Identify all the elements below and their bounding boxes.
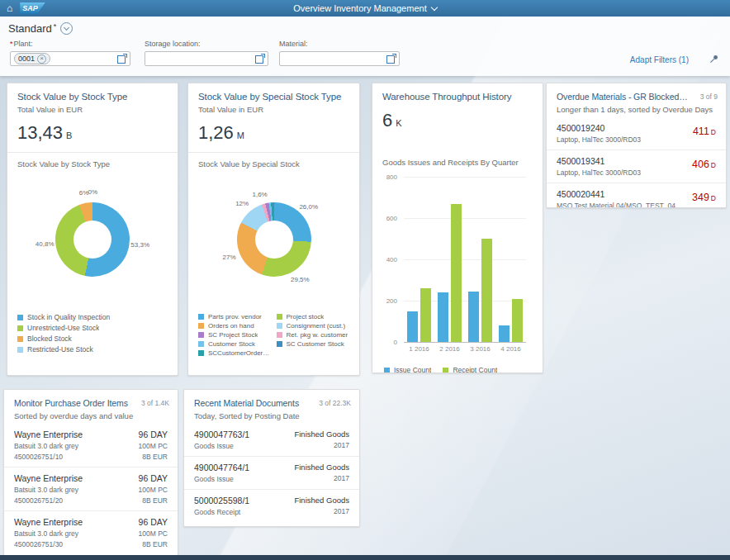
donut-chart-stock-type[interactable]: 53,3%40,8%6%0% (17, 168, 168, 311)
net-value: 8B EUR (139, 453, 168, 461)
bar-receipt-count[interactable] (420, 288, 431, 342)
card-title: Warehouse Throughput History (382, 92, 533, 102)
slice-label: 1,6% (252, 190, 267, 197)
list-item[interactable]: 4500020441 MSO Test Material 04/MSO_TEST… (547, 183, 726, 208)
list-item[interactable]: 4500019240 Laptop, HalTec 3000/RD03 411D (547, 117, 726, 149)
pin-icon[interactable] (709, 53, 719, 68)
chart-title: Stock Value by Stock Type (17, 159, 168, 168)
value-help-icon[interactable] (386, 55, 395, 64)
token-remove-icon[interactable]: × (37, 55, 46, 64)
material-id: 4500019341 (557, 156, 685, 166)
po-number: 4500026751/30 (14, 540, 132, 548)
legend-item: Orders on hand (198, 321, 272, 330)
list-item[interactable]: 5000025598/1 Goods Receipt Finished Good… (184, 489, 359, 522)
material-desc: Laptop, HalTec 3000/RD03 (557, 168, 685, 177)
overdue-days: 96 DAY (139, 517, 168, 527)
legend-item: Parts prov. vendor (198, 312, 272, 321)
card-stock-value-by-stock-type[interactable]: Stock Value by Stock Type Total Value in… (7, 83, 178, 376)
legend-swatch (17, 336, 23, 342)
card-warehouse-throughput-history[interactable]: Warehouse Throughput History 6 K Goods I… (372, 83, 543, 373)
bar-receipt-count[interactable] (481, 239, 492, 342)
legend-item: Customer Stock (198, 339, 272, 349)
value-help-icon[interactable] (255, 55, 263, 64)
storage-location-input[interactable] (145, 51, 268, 66)
legend-swatch (277, 323, 282, 329)
legend-swatch (198, 332, 204, 338)
x-axis-label: 4 2016 (495, 342, 526, 353)
x-axis-label: 3 2016 (465, 342, 495, 353)
material-label: Material: (279, 40, 400, 48)
required-marker: * (10, 40, 13, 48)
vendor-name: Wayne Enterprise (14, 473, 132, 483)
legend-item: Issue Count (384, 365, 431, 373)
bottom-edge-bar (0, 555, 730, 560)
legend-item: Ret. pkg w. customer (277, 330, 350, 339)
y-axis-tick: 400 (382, 256, 397, 263)
donut-chart-special-stock[interactable]: 26,0%29,5%27%12%1,6% (198, 168, 349, 311)
card-subtitle: Total Value in EUR (198, 105, 349, 114)
legend-swatch (384, 368, 390, 373)
list-item[interactable]: 4900047764/1 Goods Issue Finished Goods … (184, 456, 359, 489)
card-title: Overdue Materials - GR Blocked Stock (557, 92, 716, 102)
legend-swatch (17, 325, 23, 331)
bar-receipt-count[interactable] (512, 299, 523, 343)
bar-receipt-count[interactable] (451, 204, 462, 343)
material-input[interactable] (279, 51, 400, 66)
purchase-order-list: Wayne Enterprise Batsuit 3.0 dark grey 4… (4, 424, 178, 554)
card-count: 3 of 1.4K (141, 399, 169, 407)
bar-issue-count[interactable] (407, 311, 418, 343)
kpi-unit: B (66, 131, 72, 140)
chart-legend: Stock in Quality InspectionUnrestricted-… (17, 312, 168, 355)
vendor-name: Wayne Enterprise (14, 517, 132, 527)
adapt-filters-link[interactable]: Adapt Filters (1) (630, 55, 689, 64)
chart-title: Goods Issues and Receipts By Quarter (382, 158, 533, 167)
legend-item: Stock in Quality Inspection (17, 312, 168, 323)
movement-type: Goods Issue (194, 442, 287, 450)
material-group: Finished Goods (294, 429, 349, 439)
variant-selector[interactable]: Standard * (8, 22, 73, 35)
legend-item: SCCustomerOrderStock (198, 349, 272, 358)
legend-swatch (198, 350, 204, 356)
overdue-days: 349 (692, 192, 709, 203)
quantity: 100M PC (139, 442, 168, 450)
document-year: 2017 (294, 441, 349, 449)
plant-field: *Plant: 0001 × (10, 40, 130, 66)
filter-bar: Standard * *Plant: 0001 × Storage locati… (0, 17, 730, 76)
legend-item: Receipt Count (443, 365, 497, 373)
plant-input[interactable]: 0001 × (10, 51, 130, 66)
legend-item: Unrestricted-Use Stock (17, 323, 168, 334)
card-subtitle: Total Value in EUR (17, 105, 168, 114)
legend-swatch (17, 347, 23, 353)
chevron-down-icon (430, 4, 437, 11)
bar-issue-count[interactable] (438, 292, 448, 342)
app-title-dropdown[interactable]: Overview Inventory Management (0, 3, 730, 13)
x-axis-label: 2 2016 (434, 342, 465, 353)
value-help-icon[interactable] (117, 55, 126, 64)
bar-chart-goods-issues-receipts[interactable]: 02004006008001 20162 20163 20164 2016 (382, 170, 533, 357)
bar-issue-count[interactable] (468, 292, 479, 342)
list-item[interactable]: Wayne Enterprise Batsuit 3.0 dark grey 4… (4, 424, 178, 467)
document-number: 4900047764/1 (194, 463, 287, 472)
card-monitor-purchase-order-items[interactable]: Monitor Purchase Order Items 3 of 1.4K S… (3, 389, 178, 556)
card-overdue-materials[interactable]: Overdue Materials - GR Blocked Stock 3 o… (546, 83, 727, 208)
legend-swatch (198, 341, 204, 347)
overdue-days-unit: D (711, 161, 716, 169)
kpi-value: 13,43 B (17, 122, 168, 144)
document-year: 2017 (294, 474, 349, 482)
list-item[interactable]: 4500019341 Laptop, HalTec 3000/RD03 406D (547, 149, 726, 183)
legend-swatch (198, 314, 204, 320)
overdue-days: 96 DAY (139, 473, 168, 483)
variant-chevron-icon[interactable] (60, 22, 73, 35)
kpi-unit: M (237, 131, 244, 140)
movement-type: Goods Issue (194, 475, 287, 483)
list-item[interactable]: 4900047763/1 Goods Issue Finished Goods … (184, 424, 359, 456)
card-stock-value-by-special-stock-type[interactable]: Stock Value by Special Stock Type Total … (187, 83, 360, 376)
plant-label: *Plant: (10, 40, 130, 48)
legend-item: Restricted-Use Stock (17, 344, 168, 355)
bar-issue-count[interactable] (499, 325, 510, 342)
card-recent-material-documents[interactable]: Recent Material Documents 3 of 22.3K Tod… (183, 389, 360, 527)
plant-token[interactable]: 0001 × (14, 53, 50, 64)
material-id: 4500020441 (557, 189, 685, 199)
list-item[interactable]: Wayne Enterprise Batsuit 3.0 dark grey 4… (4, 467, 178, 510)
list-item[interactable]: Wayne Enterprise Batsuit 3.0 dark grey 4… (4, 510, 178, 554)
